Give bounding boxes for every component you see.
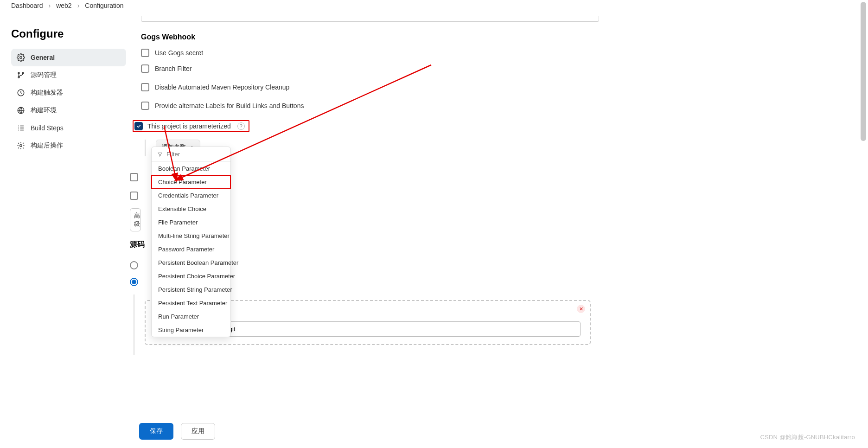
sidebar-item-label: Build Steps	[31, 124, 64, 132]
dropdown-item-password-parameter[interactable]: Password Parameter	[152, 243, 230, 256]
sidebar-item-build-steps[interactable]: Build Steps	[11, 119, 126, 137]
close-icon[interactable]: ✕	[577, 305, 585, 313]
checkbox-label: Branch Filter	[155, 65, 191, 72]
sidebar: Configure General 源码管理 构建触发器 构建环境 Build …	[0, 16, 130, 448]
checkbox-icon[interactable]	[141, 64, 149, 73]
watermark-text: CSDN @鲍海超-GNUBHCkalitarro	[760, 433, 855, 442]
checkbox-icon[interactable]	[141, 102, 149, 110]
checkbox-icon[interactable]	[130, 173, 138, 181]
dropdown-item-string-parameter[interactable]: String Parameter	[152, 323, 230, 337]
dropdown-item-choice-parameter[interactable]: Choice Parameter	[152, 175, 230, 189]
svg-point-2	[22, 72, 24, 74]
checkbox-label: Use Gogs secret	[155, 49, 203, 57]
svg-point-0	[20, 57, 22, 59]
radio-icon[interactable]	[130, 261, 138, 269]
checkbox-label: Provide alternate Labels for Build Links…	[155, 102, 304, 109]
parameter-type-dropdown: Boolean Parameter Choice Parameter Crede…	[151, 147, 231, 337]
main-content: Gogs Webhook Use Gogs secret Branch Filt…	[130, 16, 868, 448]
sidebar-item-label: 构建触发器	[31, 89, 63, 97]
save-button[interactable]: 保存	[139, 423, 173, 440]
gear-icon	[17, 141, 25, 150]
sidebar-item-source[interactable]: 源码管理	[11, 66, 126, 84]
sidebar-item-label: 构建环境	[31, 106, 57, 115]
sidebar-item-label: 构建后操作	[31, 141, 63, 150]
section-title-webhook: Gogs Webhook	[141, 33, 857, 41]
radio-icon[interactable]	[130, 278, 138, 286]
clock-icon	[17, 89, 25, 97]
checkbox-row-branch-filter[interactable]: Branch Filter	[141, 64, 857, 73]
checkbox-row-gogs-secret[interactable]: Use Gogs secret	[141, 49, 857, 57]
chevron-right-icon: ›	[49, 2, 51, 9]
dropdown-item-file-parameter[interactable]: File Parameter	[152, 216, 230, 229]
breadcrumb: Dashboard › web2 › Configuration	[0, 0, 868, 16]
dropdown-item-run-parameter[interactable]: Run Parameter	[152, 310, 230, 323]
sidebar-item-env[interactable]: 构建环境	[11, 102, 126, 119]
highlight-parameterized: This project is parameterized ?	[133, 120, 249, 132]
dropdown-item-extensible-choice[interactable]: Extensible Choice	[152, 202, 230, 216]
checkbox-icon[interactable]	[141, 83, 149, 91]
breadcrumb-configuration[interactable]: Configuration	[85, 2, 123, 9]
svg-point-6	[20, 145, 22, 147]
list-icon	[17, 124, 25, 132]
dropdown-item-persistent-text-parameter[interactable]: Persistent Text Parameter	[152, 296, 230, 310]
checkbox-label: This project is parameterized	[147, 122, 231, 130]
dropdown-item-persistent-boolean-parameter[interactable]: Persistent Boolean Parameter	[152, 256, 230, 269]
gear-icon	[17, 53, 25, 62]
breadcrumb-dashboard[interactable]: Dashboard	[11, 2, 43, 9]
sidebar-item-post-build[interactable]: 构建后操作	[11, 137, 126, 154]
page-title: Configure	[11, 27, 126, 40]
dropdown-item-persistent-choice-parameter[interactable]: Persistent Choice Parameter	[152, 269, 230, 283]
section-title-source: 源码	[130, 240, 145, 250]
apply-button[interactable]: 应用	[181, 423, 215, 440]
filter-icon	[157, 151, 163, 158]
svg-point-1	[18, 72, 19, 74]
sidebar-item-general[interactable]: General	[11, 49, 126, 66]
help-icon[interactable]: ?	[237, 122, 245, 130]
collapsed-input-box	[141, 16, 599, 22]
dropdown-item-persistent-string-parameter[interactable]: Persistent String Parameter	[152, 283, 230, 296]
sidebar-item-label: General	[31, 54, 55, 61]
checkbox-row-alt-labels[interactable]: Provide alternate Labels for Build Links…	[141, 102, 857, 110]
sidebar-item-label: 源码管理	[31, 71, 57, 79]
sidebar-item-triggers[interactable]: 构建触发器	[11, 84, 126, 102]
advanced-button[interactable]: 高级	[130, 208, 141, 231]
breadcrumb-web2[interactable]: web2	[56, 2, 71, 9]
globe-icon	[17, 106, 25, 115]
dropdown-filter-input[interactable]	[166, 151, 225, 158]
dropdown-filter	[152, 147, 230, 162]
checkbox-icon[interactable]	[141, 49, 149, 57]
dropdown-item-boolean-parameter[interactable]: Boolean Parameter	[152, 162, 230, 175]
dropdown-item-credentials-parameter[interactable]: Credentials Parameter	[152, 189, 230, 202]
checkbox-row-disable-cleanup[interactable]: Disable Automated Maven Repository Clean…	[141, 83, 857, 91]
branch-icon	[17, 71, 25, 79]
checkbox-icon[interactable]	[130, 192, 138, 200]
checkbox-label: Disable Automated Maven Repository Clean…	[155, 83, 289, 91]
chevron-right-icon: ›	[77, 2, 80, 9]
dropdown-item-multiline-string-parameter[interactable]: Multi-line String Parameter	[152, 229, 230, 243]
checkbox-icon[interactable]	[134, 122, 143, 130]
page-scrollbar[interactable]	[861, 2, 866, 141]
